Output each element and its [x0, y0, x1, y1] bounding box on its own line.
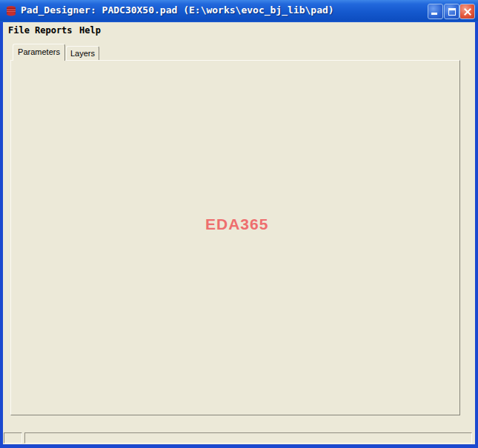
- pad-designer-window: Pad_Designer: PADC30X50.pad (E:\works\ev…: [0, 0, 478, 448]
- menu-file[interactable]: File: [6, 24, 32, 36]
- client-area: Parameters Layers Type Through Blind/Bur…: [3, 39, 475, 444]
- menu-reports[interactable]: Reports: [33, 24, 75, 36]
- tab-layers-label: Layers: [70, 49, 95, 58]
- tab-parameters-label: Parameters: [18, 47, 60, 56]
- close-icon[interactable]: [459, 4, 475, 19]
- window-title: Pad_Designer: PADC30X50.pad (E:\works\ev…: [21, 4, 334, 16]
- menu-bar: File Reports Help: [3, 22, 475, 39]
- maximize-icon[interactable]: [444, 4, 459, 19]
- title-bar: Pad_Designer: PADC30X50.pad (E:\works\ev…: [0, 0, 478, 22]
- watermark: EDA365: [205, 215, 268, 233]
- parameters-tab-page: [10, 60, 460, 415]
- tab-layers[interactable]: Layers: [66, 46, 99, 60]
- status-bar-cell-main: [24, 432, 472, 444]
- status-bar-cell-left: [4, 432, 22, 444]
- minimize-icon[interactable]: [428, 4, 443, 19]
- tab-parameters[interactable]: Parameters: [13, 44, 65, 61]
- menu-help[interactable]: Help: [77, 24, 103, 36]
- app-icon: [5, 5, 17, 17]
